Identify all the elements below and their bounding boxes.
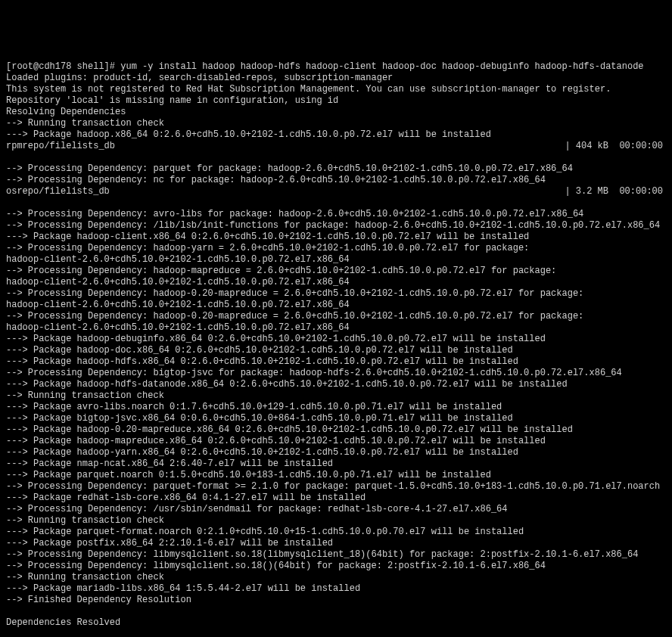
download-name: rpmrepo/filelists_db	[6, 141, 565, 152]
output-line: ---> Package hadoop-hdfs-datanode.x86_64…	[6, 379, 568, 390]
output-line: ---> Package hadoop-yarn.x86_64 0:2.6.0+…	[6, 447, 518, 458]
output-line: Dependencies Resolved	[6, 617, 120, 628]
prompt-prefix: [root@cdh178 shell]#	[6, 61, 120, 72]
command-text: yum -y install hadoop hadoop-hdfs hadoop…	[120, 61, 643, 72]
output-line: ---> Package redhat-lsb-core.x86_64 0:4.…	[6, 493, 366, 503]
output-line: ---> Package bigtop-jsvc.x86_64 0:0.6.0+…	[6, 413, 513, 424]
output-line: --> Processing Dependency: /usr/sbin/sen…	[6, 504, 508, 514]
download-name: osrepo/filelists_db	[6, 186, 565, 197]
output-line: --> Processing Dependency: libmysqlclien…	[6, 549, 638, 560]
output-line: --> Processing Dependency: /lib/lsb/init…	[6, 220, 660, 231]
shell-prompt[interactable]: [root@cdh178 shell]# yum -y install hado…	[6, 61, 644, 72]
terminal-output: [root@cdh178 shell]# yum -y install hado…	[6, 50, 666, 637]
output-line: ---> Package hadoop-hdfs.x86_64 0:2.6.0+…	[6, 356, 518, 367]
output-line: Resolving Dependencies	[6, 107, 126, 117]
output-line: --> Processing Dependency: avro-libs for…	[6, 209, 583, 219]
download-progress-row: rpmrepo/filelists_db| 404 kB 00:00:00	[6, 141, 666, 152]
output-line: --> Processing Dependency: hadoop-mapred…	[6, 266, 562, 287]
output-line: ---> Package hadoop-client.x86_64 0:2.6.…	[6, 231, 529, 242]
output-line: Repository 'local' is missing name in co…	[6, 95, 338, 106]
output-line: This system is not registered to Red Hat…	[6, 84, 611, 95]
output-line: ---> Package mariadb-libs.x86_64 1:5.5.4…	[6, 583, 360, 594]
output-line: ---> Package hadoop-debuginfo.x86_64 0:2…	[6, 334, 546, 344]
output-line: --> Running transaction check	[6, 572, 164, 583]
output-line: --> Processing Dependency: parquet-forma…	[6, 481, 660, 492]
output-line: ---> Package hadoop.x86_64 0:2.6.0+cdh5.…	[6, 129, 491, 140]
output-line: --> Processing Dependency: libmysqlclien…	[6, 561, 546, 571]
output-line: ---> Package parquet-format.noarch 0:2.1…	[6, 527, 524, 537]
output-line: --> Running transaction check	[6, 118, 164, 129]
output-line: ---> Package avro-libs.noarch 0:1.7.6+cd…	[6, 402, 502, 412]
output-line: ---> Package parquet.noarch 0:1.5.0+cdh5…	[6, 470, 491, 480]
output-line: --> Processing Dependency: nc for packag…	[6, 175, 546, 185]
output-line: --> Processing Dependency: parquet for p…	[6, 163, 573, 174]
download-status: | 404 kB 00:00:00	[565, 141, 666, 152]
output-line: ---> Package hadoop-0.20-mapreduce.x86_6…	[6, 424, 573, 435]
output-line: --> Running transaction check	[6, 515, 164, 526]
output-line: ---> Package postfix.x86_64 2:2.10.1-6.e…	[6, 538, 333, 548]
output-line: ---> Package hadoop-doc.x86_64 0:2.6.0+c…	[6, 345, 513, 356]
output-line: --> Processing Dependency: hadoop-yarn =…	[6, 243, 535, 265]
output-line: ---> Package hadoop-mapreduce.x86_64 0:2…	[6, 436, 546, 446]
download-status: | 3.2 MB 00:00:00	[565, 186, 666, 197]
output-line: --> Running transaction check	[6, 390, 164, 401]
output-line: --> Processing Dependency: hadoop-0.20-m…	[6, 311, 590, 333]
output-line: --> Processing Dependency: bigtop-jsvc f…	[6, 368, 622, 378]
output-line: --> Finished Dependency Resolution	[6, 595, 191, 605]
output-line: --> Processing Dependency: hadoop-0.20-m…	[6, 288, 590, 310]
download-progress-row: osrepo/filelists_db| 3.2 MB 00:00:00	[6, 186, 666, 197]
output-line: ---> Package nmap-ncat.x86_64 2:6.40-7.e…	[6, 458, 333, 469]
output-line: Loaded plugins: product-id, search-disab…	[6, 73, 393, 83]
